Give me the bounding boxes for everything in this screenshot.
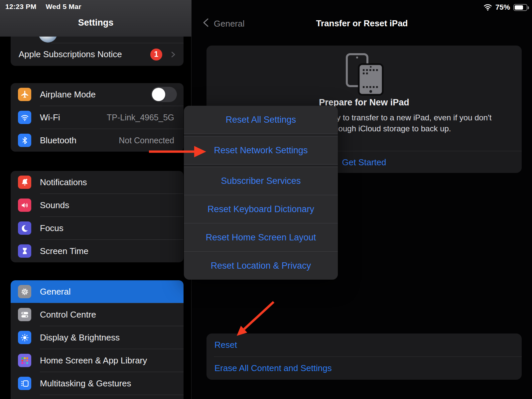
status-bar-right: 75% xyxy=(483,3,527,12)
page-title: Transfer or Reset iPad xyxy=(192,18,532,29)
status-date: Wed 5 Mar xyxy=(46,3,81,11)
hourglass-icon xyxy=(18,244,31,258)
sidebar-group-connectivity: Airplane ModeWi-FiTP-Link_4965_5GBluetoo… xyxy=(11,83,184,152)
sidebar-item-focus[interactable]: Focus xyxy=(11,217,184,239)
gear-icon xyxy=(18,285,31,298)
sidebar-item-label: Display & Brightness xyxy=(40,332,120,343)
sidebar-item-label: Wi-Fi xyxy=(40,112,60,123)
speaker-icon xyxy=(18,199,31,212)
menu-item-reset-all-settings[interactable]: Reset All Settings xyxy=(184,106,338,134)
multitask-icon xyxy=(18,377,31,390)
menu-item-reset-keyboard-dictionary[interactable]: Reset Keyboard Dictionary xyxy=(184,195,338,223)
bluetooth-icon xyxy=(18,134,31,147)
reset-card: ResetErase All Content and Settings xyxy=(206,333,522,380)
sidebar-item-notifications[interactable]: Notifications xyxy=(11,171,184,194)
sidebar-item-screen-time[interactable]: Screen Time xyxy=(11,240,184,262)
sidebar-item-bluetooth[interactable]: BluetoothNot Connected xyxy=(11,129,184,152)
sidebar-item-apple-subscriptions-notice[interactable]: Apple Subscriptions Notice 1 xyxy=(11,43,184,66)
settings-sidebar: Apple Subscriptions Notice 1 Airplane Mo… xyxy=(0,0,192,399)
sun-icon xyxy=(18,331,31,344)
sidebar-item-label: Notifications xyxy=(40,177,87,188)
notification-badge: 1 xyxy=(150,49,162,61)
wifi-status-icon xyxy=(483,4,492,11)
toggle-knob xyxy=(152,88,165,101)
airplane-icon xyxy=(18,88,31,101)
menu-item-subscriber-services[interactable]: Subscriber Services xyxy=(184,167,338,195)
airplane-mode-toggle[interactable] xyxy=(151,87,177,102)
bell-icon xyxy=(18,176,31,189)
wi-fi-value: TP-Link_4965_5G xyxy=(107,113,177,122)
divider xyxy=(184,164,338,167)
wifi-icon xyxy=(18,111,31,124)
status-bar-left: 12:23 PM Wed 5 Mar xyxy=(5,3,81,11)
sidebar-group-notifications: NotificationsSoundsFocusScreen Time xyxy=(11,171,184,262)
menu-item-reset-network-settings[interactable]: Reset Network Settings xyxy=(184,136,338,164)
erase-all-content-and-settings-button[interactable]: Erase All Content and Settings xyxy=(206,357,522,380)
divider xyxy=(40,395,184,395)
sidebar-item-label: Airplane Mode xyxy=(40,89,96,100)
battery-icon xyxy=(513,4,527,11)
sidebar-header: 12:23 PM Wed 5 Mar Settings xyxy=(0,0,192,37)
sidebar-group-general: GeneralControl CentreDisplay & Brightnes… xyxy=(11,280,184,399)
moon-icon xyxy=(18,221,31,235)
menu-item-reset-home-screen-layout[interactable]: Reset Home Screen Layout xyxy=(184,223,338,251)
sidebar-item-label: Screen Time xyxy=(40,246,88,256)
sidebar-item-label: General xyxy=(40,287,71,297)
sidebar-item-sounds[interactable]: Sounds xyxy=(11,194,184,216)
divider xyxy=(184,134,338,136)
menu-item-reset-location-privacy[interactable]: Reset Location & Privacy xyxy=(184,252,338,280)
sidebar-item-label: Bluetooth xyxy=(40,135,76,146)
sidebar-item-label: Focus xyxy=(40,223,64,233)
app-grid-icon xyxy=(18,354,31,367)
reset-popup-menu: Reset All SettingsReset Network Settings… xyxy=(184,106,338,280)
sidebar-item-home-screen-app-library[interactable]: Home Screen & App Library xyxy=(11,349,184,372)
sidebar-item-control-centre[interactable]: Control Centre xyxy=(11,303,184,326)
subscriptions-notice-label: Apple Subscriptions Notice xyxy=(19,49,122,60)
battery-percent: 75% xyxy=(495,3,510,12)
control-centre-icon xyxy=(18,308,31,321)
chevron-right-icon xyxy=(169,51,177,59)
sidebar-item-multitasking-gestures[interactable]: Multitasking & Gestures xyxy=(11,372,184,395)
sidebar-item-general[interactable]: General xyxy=(11,280,184,303)
sidebar-item-label: Sounds xyxy=(40,200,69,210)
sidebar-title: Settings xyxy=(0,18,192,28)
sidebar-item-label: Home Screen & App Library xyxy=(40,355,147,366)
sidebar-item-airplane-mode[interactable]: Airplane Mode xyxy=(11,83,184,106)
sidebar-item-display-brightness[interactable]: Display & Brightness xyxy=(11,326,184,349)
bluetooth-value: Not Connected xyxy=(119,136,177,145)
sidebar-item-wi-fi[interactable]: Wi-FiTP-Link_4965_5G xyxy=(11,106,184,129)
sidebar-item-label: Control Centre xyxy=(40,310,96,320)
status-time: 12:23 PM xyxy=(5,3,36,11)
sidebar-item-label: Multitasking & Gestures xyxy=(40,378,131,389)
reset-button[interactable]: Reset xyxy=(206,333,522,356)
transfer-devices-icon xyxy=(339,53,389,96)
